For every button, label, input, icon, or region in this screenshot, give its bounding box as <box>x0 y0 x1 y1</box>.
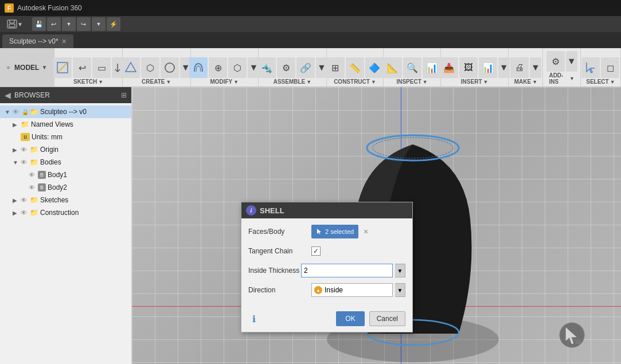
tree-item-construction[interactable]: ▶ 👁 📁 Construction <box>0 206 131 219</box>
faces-body-value: 2 selected <box>325 228 354 235</box>
inspect-btn1[interactable]: 📐 <box>384 57 402 78</box>
extra-btn[interactable]: ⚡ <box>107 17 120 31</box>
direction-control: ▲ Inside ▼ <box>311 283 405 297</box>
model-dropdown-arrow[interactable]: ▼ <box>41 64 47 71</box>
tree-item-origin[interactable]: ▶ 👁 📁 Origin <box>0 143 131 156</box>
shell-dialog-body: Faces/Body 2 selected × Tangent Chain <box>241 218 412 308</box>
viewport[interactable]: 00 i SHELL Faces/Body <box>132 87 621 364</box>
addins-btn1[interactable]: ⚙ <box>546 51 565 72</box>
make-btn1[interactable]: 🖨 <box>510 57 529 78</box>
browser-collapse-btn[interactable]: ◀ <box>5 91 11 100</box>
undo-arrow[interactable]: ▼ <box>62 17 76 31</box>
direction-value: Inside <box>325 286 343 294</box>
tangent-chain-control: ✓ <box>311 246 405 256</box>
faces-body-label: Faces/Body <box>248 228 311 236</box>
make-label: MAKE ▼ <box>512 78 540 85</box>
addins-section: ⚙ ▼ ADD-INS ▼ <box>543 48 580 87</box>
select-btn2[interactable]: ◻ <box>601 57 619 78</box>
redo-btn[interactable]: ↪ <box>77 17 91 31</box>
construct-btn3[interactable]: 🔷 <box>365 57 384 78</box>
cancel-button[interactable]: Cancel <box>369 311 405 326</box>
assemble-btn2[interactable]: ⚙ <box>277 57 295 78</box>
file-menu[interactable]: ▼ <box>2 17 28 31</box>
eye-sketches[interactable]: 👁 <box>21 197 30 203</box>
tree-item-units[interactable]: u Units: mm <box>0 131 131 143</box>
tree-item-sketches[interactable]: ▶ 👁 📁 Sketches <box>0 194 131 206</box>
inspect-label: INSPECT ▼ <box>394 78 429 85</box>
insert-btn3[interactable]: 📊 <box>479 57 497 78</box>
folder-icon-origin: 📁 <box>30 146 39 154</box>
info-button[interactable]: ℹ <box>248 313 260 324</box>
inside-thickness-control: ▼ <box>301 264 405 277</box>
inspect-section: 📐 🔍 📊 INSPECT ▼ <box>384 48 441 87</box>
tab-close-btn[interactable]: × <box>62 37 67 45</box>
cursor-icon <box>316 228 323 235</box>
tree-label-body1: Body1 <box>48 171 129 179</box>
tree-item-bodies[interactable]: ▼ 👁 📁 Bodies <box>0 156 131 169</box>
inspect-btn2[interactable]: 🔍 <box>403 57 421 78</box>
insert-btn1[interactable]: 📥 <box>440 57 458 78</box>
app-icon: F <box>5 3 14 13</box>
direction-dropdown-arrow[interactable]: ▼ <box>395 283 405 297</box>
tangent-chain-label: Tangent Chain <box>248 247 311 255</box>
assemble-btn3[interactable]: 🔗 <box>296 57 315 78</box>
faces-body-clear-btn[interactable]: × <box>361 226 371 237</box>
browser-expand-icon[interactable]: ⊞ <box>121 91 127 99</box>
eye-body1[interactable]: 👁 <box>29 171 38 178</box>
toolbar-icons: 💾 ↩ ▼ ↪ ▼ ⚡ <box>32 17 120 31</box>
insert-extra-btn[interactable]: ▼ <box>498 57 510 78</box>
assemble-extra-btn[interactable]: ▼ <box>316 57 327 78</box>
inspect-btn3[interactable]: 📊 <box>423 57 441 78</box>
make-section: 🖨 ▼ MAKE ▼ <box>509 48 543 87</box>
create-btn2[interactable]: ⬡ <box>141 57 159 78</box>
addins-extra-btn[interactable]: ▼ <box>566 51 577 72</box>
shell-dialog-header: i SHELL <box>241 202 412 218</box>
svg-text:00: 00 <box>576 340 581 345</box>
create-btn3[interactable] <box>161 57 179 78</box>
folder-icon-sketches: 📁 <box>30 196 39 204</box>
modify-btn2[interactable]: ⊕ <box>209 57 227 78</box>
tree-item-root[interactable]: ▼ 👁 🔒 📁 Sculpteo --> v0 <box>0 105 131 118</box>
eye-origin[interactable]: 👁 <box>21 146 30 153</box>
eye-body2[interactable]: 👁 <box>29 184 38 191</box>
direction-label: Direction <box>248 286 311 294</box>
tangent-chain-checkbox[interactable]: ✓ <box>311 246 321 256</box>
faces-body-selected-btn[interactable]: 2 selected <box>311 225 358 238</box>
assemble-btn1[interactable]: 🔩 <box>257 57 276 78</box>
sketch-section: ↩ ▭ SKETCH ▼ <box>54 48 123 87</box>
folder-icon-root: 📁 <box>30 108 39 116</box>
select-btn1[interactable] <box>581 57 600 78</box>
model-section[interactable]: MODEL ▼ <box>0 48 54 87</box>
svg-point-9 <box>165 63 174 72</box>
redo-arrow[interactable]: ▼ <box>92 17 106 31</box>
modify-btn3[interactable]: ⬡ <box>228 57 247 78</box>
ok-button[interactable]: OK <box>336 311 364 326</box>
undo-btn2[interactable]: ↩ <box>73 57 91 78</box>
shell-btn[interactable] <box>189 57 208 78</box>
construct-btn2[interactable]: 📏 <box>346 57 364 78</box>
addins-label: ADD-INS ▼ <box>546 72 576 85</box>
construct-btn1[interactable]: ⊞ <box>326 57 345 78</box>
browser-header: ◀ BROWSER ⊞ <box>0 87 131 103</box>
units-icon: u <box>21 133 30 141</box>
tree-item-body2[interactable]: 👁 B Body2 <box>0 181 131 194</box>
inside-thickness-input[interactable] <box>301 264 393 277</box>
direction-dropdown-inner: ▲ Inside <box>312 286 392 294</box>
direction-dropdown[interactable]: ▲ Inside <box>311 283 393 297</box>
rect-btn[interactable]: ▭ <box>92 57 111 78</box>
eye-bodies[interactable]: 👁 <box>21 159 30 166</box>
make-extra-btn[interactable]: ▼ <box>530 57 541 78</box>
tree-item-body1[interactable]: 👁 B Body1 <box>0 169 131 181</box>
ribbon-toolbar: MODEL ▼ ↩ ▭ SKETCH ▼ ⬡ ▼ <box>0 48 621 87</box>
eye-construction[interactable]: 👁 <box>21 209 30 216</box>
document-tab[interactable]: Sculpteo --> v0* × <box>2 34 73 48</box>
insert-btn2[interactable]: 🖼 <box>459 57 478 78</box>
inside-thickness-dropdown-arrow[interactable]: ▼ <box>395 264 405 277</box>
undo-btn[interactable]: ↩ <box>47 17 61 31</box>
body1-icon: B <box>38 171 46 179</box>
create-form-btn[interactable] <box>122 57 140 78</box>
eye-root[interactable]: 👁 <box>13 108 22 115</box>
create-sketch-btn[interactable] <box>53 57 72 78</box>
tree-item-named-views[interactable]: ▶ 📁 Named Views <box>0 118 131 131</box>
save-btn[interactable]: 💾 <box>32 17 46 31</box>
